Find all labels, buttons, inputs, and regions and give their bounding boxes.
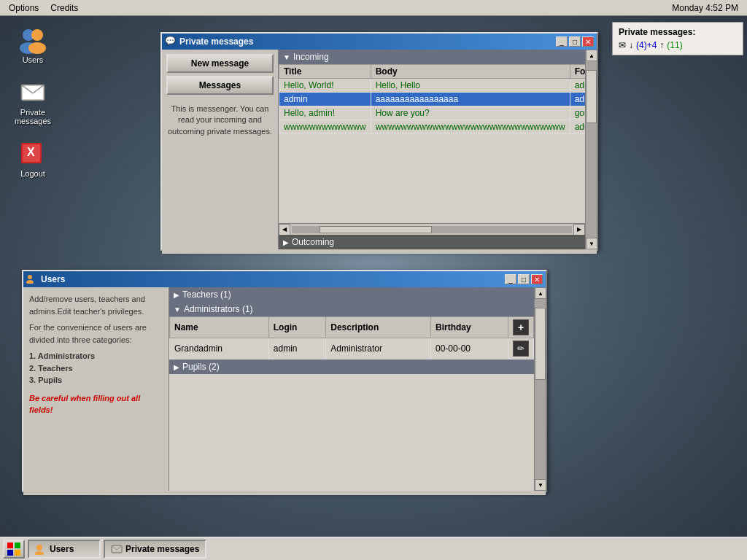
notification-arrow-down: ↓ (629, 40, 633, 50)
menu-options[interactable]: Options (3, 1, 44, 15)
user-name: Grandadmin (170, 338, 269, 359)
taskbar-users-btn[interactable]: Users (28, 540, 101, 559)
msg-body: Hello, Hello (371, 79, 570, 93)
h-scrollbar-track[interactable] (292, 226, 572, 233)
taskbar: Users Private messages (0, 537, 747, 560)
col-name: Name (170, 317, 269, 338)
col-actions: + (508, 317, 534, 338)
notification-arrow-up: ↑ (659, 40, 664, 50)
users-minimize-btn[interactable]: _ (505, 274, 516, 284)
users-v-scroll-down-btn[interactable]: ▼ (535, 479, 546, 491)
outcoming-section-header[interactable]: ▶ Outcoming (279, 235, 585, 249)
svg-point-17 (36, 545, 42, 551)
category-teachers: 2. Teachers (29, 362, 163, 375)
messages-button[interactable]: Messages (166, 76, 274, 95)
pupils-arrow: ▶ (174, 363, 179, 371)
desktop-icon-users[interactable]: Users (7, 22, 58, 67)
menu-credits[interactable]: Credits (44, 1, 84, 15)
outcoming-arrow: ▶ (283, 238, 289, 246)
teachers-section-header[interactable]: ▶ Teachers (1) (169, 287, 534, 302)
pm-titlebar[interactable]: 💬 Private messages _ □ ✕ (162, 34, 597, 50)
pupils-section-header[interactable]: ▶ Pupils (2) (169, 359, 534, 374)
incoming-section-header[interactable]: ▼ Incoming (279, 50, 585, 64)
new-message-button[interactable]: New message (166, 54, 274, 73)
users-table: Name Login Description Birthday + (169, 316, 534, 359)
admins-section-header[interactable]: ▼ Administrators (1) (169, 302, 534, 316)
pm-resize-handle[interactable] (162, 249, 597, 254)
users-left-panel: Add/remove users, teachers and admins.Ed… (23, 287, 169, 491)
pm-close-btn[interactable]: ✕ (582, 36, 594, 47)
table-row[interactable]: Hello, admin! How are you? gordon (279, 106, 586, 120)
col-login: Login (268, 317, 325, 338)
users-title-icon (26, 273, 38, 285)
svg-point-11 (28, 275, 32, 279)
pm-h-scrollbar[interactable]: ◀ ▶ (279, 223, 585, 235)
desktop-icon-private-messages[interactable]: Private messages (7, 74, 58, 128)
notification-count-11: (11) (667, 40, 682, 50)
messages-table: Title Body Forwa... Hello, World! Hello,… (279, 64, 585, 134)
edit-user-button[interactable]: ✏ (513, 341, 529, 357)
users-v-scrollbar-thumb[interactable] (535, 308, 546, 380)
desktop-icons: Users Private messages X (7, 22, 58, 181)
h-scrollbar-thumb[interactable] (320, 226, 432, 233)
notification-count-4: (4)+4 (636, 40, 657, 50)
msg-forward: admin (570, 93, 585, 106)
svg-text:X: X (27, 146, 35, 158)
table-row[interactable]: admin aaaaaaaaaaaaaaaaa admin (279, 93, 586, 106)
users-title-text: Users (41, 274, 505, 284)
private-messages-icon (18, 77, 47, 106)
user-description: Administrator (326, 338, 431, 359)
msg-forward: admin (570, 120, 585, 134)
users-icon (18, 25, 47, 54)
v-scrollbar-thumb[interactable] (586, 70, 597, 123)
h-scroll-right-btn[interactable]: ▶ (573, 224, 585, 236)
v-scrollbar-track[interactable] (586, 61, 597, 238)
desktop-icon-logout[interactable]: X Logout (7, 136, 58, 181)
category-admins: 1. Administrators (29, 350, 163, 362)
logout-icon-label: Logout (20, 169, 45, 178)
taskbar-start-btn[interactable] (3, 540, 25, 559)
h-scroll-left-btn[interactable]: ◀ (279, 224, 290, 236)
logout-icon: X (18, 139, 47, 168)
msg-title: Hello, admin! (279, 106, 371, 120)
v-scroll-down-btn[interactable]: ▼ (586, 238, 597, 249)
table-row[interactable]: Grandadmin admin Administrator 00-00-00 … (170, 338, 534, 359)
col-body: Body (371, 65, 570, 79)
v-scroll-up-btn[interactable]: ▲ (586, 50, 597, 61)
col-forward: Forwa... (570, 65, 585, 79)
teachers-label: Teachers (1) (182, 289, 231, 300)
users-resize-handle[interactable] (23, 491, 546, 495)
desktop: Options Credits Monday 4:52 PM Users (0, 0, 747, 560)
teachers-arrow: ▶ (174, 291, 179, 299)
svg-rect-14 (15, 542, 20, 548)
users-maximize-btn[interactable]: □ (518, 274, 530, 284)
pm-window-controls: _ □ ✕ (556, 36, 594, 47)
pm-minimize-btn[interactable]: _ (556, 36, 568, 47)
pm-right-panel: ▼ Incoming Title Body Forwa... (279, 50, 585, 249)
clock: Monday 4:52 PM (672, 3, 744, 13)
add-user-button[interactable]: + (513, 319, 529, 335)
users-v-scroll-up-btn[interactable]: ▲ (535, 287, 546, 299)
users-window-content: Add/remove users, teachers and admins.Ed… (23, 287, 546, 491)
pm-v-scrollbar: ▲ ▼ (585, 50, 597, 249)
col-title: Title (279, 65, 371, 79)
pm-title-text: Private messages (179, 36, 556, 47)
pm-description: This is messenger. You can read your inc… (166, 104, 274, 137)
table-row[interactable]: wwwwwwwwwwwww wwwwwwwwwwwwwwwwwwwwwwwwww… (279, 120, 586, 134)
users-titlebar[interactable]: Users _ □ ✕ (23, 271, 546, 287)
users-close-btn[interactable]: ✕ (531, 274, 543, 284)
taskbar-pm-btn[interactable]: Private messages (104, 540, 206, 559)
users-convenience-text: For the convenience of users are divided… (29, 322, 163, 346)
notification-row: ✉ ↓ (4)+4 ↑ (11) (619, 40, 737, 50)
private-messages-icon-label: Private messages (15, 108, 51, 125)
category-pupils: 3. Pupils (29, 374, 163, 386)
outcoming-label: Outcoming (292, 237, 334, 247)
msg-body: How are you? (371, 106, 570, 120)
msg-forward: admin (570, 79, 585, 93)
users-v-scrollbar-track[interactable] (535, 299, 546, 479)
table-row[interactable]: Hello, World! Hello, Hello admin (279, 79, 586, 93)
pm-maximize-btn[interactable]: □ (569, 36, 581, 47)
incoming-arrow: ▼ (283, 53, 290, 61)
notification-widget: Private messages: ✉ ↓ (4)+4 ↑ (11) (612, 22, 743, 55)
users-window: Users _ □ ✕ Add/remove users, teachers a… (22, 270, 547, 492)
